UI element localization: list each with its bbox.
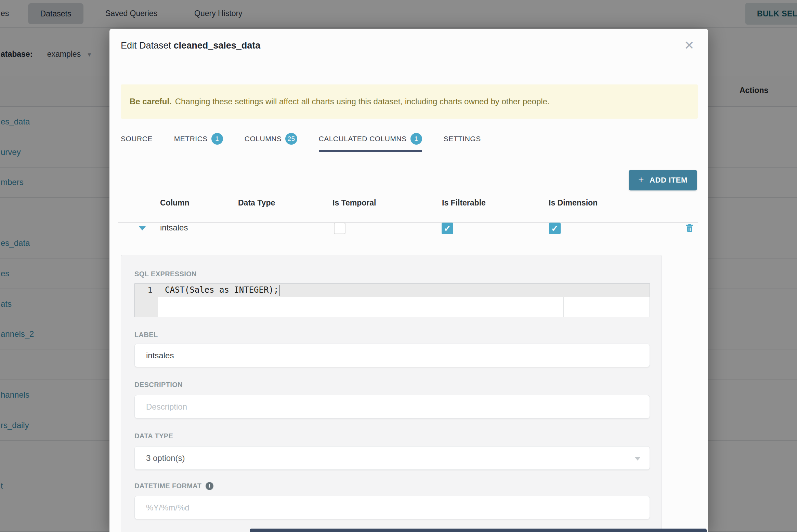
horizontal-scrollbar-thumb[interactable]	[250, 529, 707, 532]
warning-banner-bold: Be careful.	[130, 97, 172, 106]
is-filterable-checkbox[interactable]: ✓	[442, 223, 453, 234]
table-header-divider	[118, 222, 698, 223]
col-header-is-filterable: Is Filterable	[442, 198, 486, 208]
is-dimension-checkbox[interactable]: ✓	[549, 223, 561, 234]
col-header-is-temporal: Is Temporal	[332, 198, 376, 208]
datetime-format-label: DATETIME FORMAT i	[134, 482, 213, 490]
data-type-label: DATA TYPE	[134, 432, 173, 440]
modal-title: Edit Dataset cleaned_sales_data	[121, 40, 260, 51]
data-type-select[interactable]: 3 option(s)	[134, 446, 650, 470]
col-header-is-dimension: Is Dimension	[549, 198, 598, 208]
description-input[interactable]	[134, 395, 650, 418]
sql-editor[interactable]: 1 CAST(Sales as INTEGER);	[134, 283, 650, 317]
modal-header: Edit Dataset cleaned_sales_data ✕	[109, 29, 708, 65]
text-cursor	[279, 285, 279, 296]
metrics-count-badge: 1	[211, 133, 223, 145]
columns-count-badge: 25	[285, 133, 297, 145]
label-label: LABEL	[134, 331, 158, 339]
close-icon[interactable]: ✕	[684, 38, 694, 53]
tab-label: SOURCE	[121, 135, 153, 143]
sql-expression-label: SQL EXPRESSION	[134, 270, 197, 278]
plus-icon: +	[638, 174, 644, 185]
edit-dataset-modal: Edit Dataset cleaned_sales_data ✕ Be car…	[109, 29, 708, 532]
warning-banner-text: Changing these settings will affect all …	[175, 97, 550, 106]
tab-label: SETTINGS	[444, 135, 481, 143]
calculated-column-detail-panel: SQL EXPRESSION 1 CAST(Sales as INTEGER);…	[121, 255, 662, 532]
editor-line-number: 1	[135, 285, 153, 295]
tab-settings[interactable]: SETTINGS	[444, 125, 481, 152]
modal-title-prefix: Edit Dataset	[121, 40, 171, 51]
tab-source[interactable]: SOURCE	[121, 125, 153, 152]
row-expand-caret-icon[interactable]	[139, 226, 146, 230]
column-name: intsales	[160, 223, 188, 232]
modal-title-dataset-name: cleaned_sales_data	[174, 40, 261, 51]
tab-calculated-columns[interactable]: CALCULATED COLUMNS 1	[319, 125, 422, 152]
delete-trash-icon[interactable]	[684, 222, 695, 234]
modal-tabs: SOURCE METRICS 1 COLUMNS 25 CALCULATED C…	[121, 125, 698, 152]
datetime-format-input[interactable]	[134, 496, 650, 519]
col-header-data-type: Data Type	[238, 198, 275, 208]
col-header-column: Column	[160, 198, 190, 208]
screen: es Datasets Saved Queries Query History …	[0, 0, 797, 532]
chevron-down-icon	[635, 457, 641, 461]
calculated-columns-count-badge: 1	[410, 133, 422, 145]
check-icon: ✓	[444, 223, 451, 234]
description-label: DESCRIPTION	[134, 381, 183, 389]
warning-banner: Be careful. Changing these settings will…	[121, 84, 698, 119]
is-temporal-checkbox[interactable]	[334, 223, 345, 234]
add-item-button[interactable]: + ADD ITEM	[629, 170, 697, 190]
tab-label: CALCULATED COLUMNS	[319, 135, 407, 143]
check-icon: ✓	[551, 223, 559, 234]
tab-metrics[interactable]: METRICS 1	[174, 125, 223, 152]
data-type-value: 3 option(s)	[146, 453, 185, 463]
info-icon[interactable]: i	[206, 482, 213, 490]
add-item-label: ADD ITEM	[650, 176, 688, 185]
tab-label: COLUMNS	[245, 135, 282, 143]
label-input[interactable]	[134, 344, 650, 367]
tab-label: METRICS	[174, 135, 208, 143]
datetime-format-label-text: DATETIME FORMAT	[134, 482, 201, 490]
tab-columns[interactable]: COLUMNS 25	[245, 125, 297, 152]
sql-code: CAST(Sales as INTEGER);	[165, 285, 278, 295]
